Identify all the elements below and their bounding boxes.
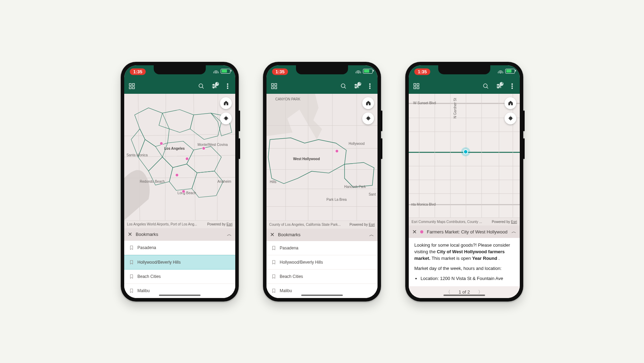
filter-icon[interactable]: 1 xyxy=(495,83,502,90)
svg-rect-0 xyxy=(129,83,132,85)
map-home-button[interactable] xyxy=(220,97,232,109)
popup-title: Farmers Market: City of West Hollywood xyxy=(427,229,508,234)
svg-rect-44 xyxy=(414,83,416,85)
home-indicator xyxy=(301,295,343,296)
panel-title: Bookmarks xyxy=(136,232,223,237)
map-locate-button[interactable] xyxy=(220,113,232,124)
bookmark-icon xyxy=(129,288,134,294)
svg-point-39 xyxy=(368,118,369,119)
bookmark-item[interactable]: Beach Cities xyxy=(124,270,235,284)
svg-point-36 xyxy=(370,88,371,89)
bookmark-icon xyxy=(129,259,134,265)
svg-rect-23 xyxy=(275,83,277,85)
svg-point-56 xyxy=(512,83,513,84)
status-time: 1:35 xyxy=(272,68,288,75)
close-icon[interactable]: ✕ xyxy=(412,229,417,235)
overflow-menu-icon[interactable] xyxy=(224,83,231,90)
search-icon[interactable] xyxy=(482,83,489,90)
bookmark-item[interactable]: Hollywood/Beverly Hills xyxy=(266,255,378,270)
panel-header[interactable]: ✕ Farmers Market: City of West Hollywood… xyxy=(409,225,520,238)
device-notch xyxy=(296,65,348,74)
map-view[interactable]: W Sunset Blvd N Gardner St nta Monica Bl… xyxy=(409,94,520,218)
apps-grid-icon[interactable] xyxy=(271,83,278,90)
map-feature-pin[interactable] xyxy=(335,149,339,153)
svg-point-17 xyxy=(226,118,227,119)
phones-row: 1:35 1 xyxy=(121,62,523,302)
svg-point-4 xyxy=(199,84,203,88)
status-time: 1:35 xyxy=(130,68,146,75)
svg-point-57 xyxy=(512,85,513,86)
svg-rect-3 xyxy=(133,86,135,89)
map-attribution: County of Los Angeles, California State … xyxy=(266,221,378,229)
svg-point-14 xyxy=(227,88,228,89)
battery-icon xyxy=(505,69,515,74)
map-attribution: Esri Community Maps Contributors, County… xyxy=(409,217,520,225)
svg-point-31 xyxy=(355,84,356,85)
map-feature-pin[interactable] xyxy=(175,173,179,177)
battery-icon xyxy=(221,69,230,74)
chevron-up-icon[interactable]: ︿ xyxy=(227,231,232,238)
wifi-icon xyxy=(498,69,503,73)
close-icon[interactable]: ✕ xyxy=(270,231,274,238)
apps-grid-icon[interactable] xyxy=(413,83,420,90)
svg-rect-24 xyxy=(272,86,274,89)
search-icon[interactable] xyxy=(340,83,347,90)
bookmark-item[interactable]: Pasadena xyxy=(124,241,235,255)
svg-point-54 xyxy=(499,85,500,86)
map-view[interactable]: CANYON PARK Hollywood West Hollywood Hil… xyxy=(266,94,378,221)
overflow-menu-icon[interactable] xyxy=(366,83,373,90)
svg-point-13 xyxy=(227,85,228,86)
app-toolbar: 1 xyxy=(409,79,520,94)
svg-rect-25 xyxy=(275,86,277,89)
phone-3: 1:35 1 xyxy=(405,62,523,302)
svg-rect-45 xyxy=(417,83,419,85)
bookmarks-list: Pasadena Hollywood/Beverly Hills Beach C… xyxy=(266,241,378,298)
map-home-button[interactable] xyxy=(362,97,374,109)
map-feature-pin[interactable] xyxy=(185,157,189,160)
map-feature-pin[interactable] xyxy=(202,147,205,150)
map-locate-button[interactable] xyxy=(505,113,516,124)
map-attribution: Los Angeles World Airports, Port of Los … xyxy=(124,220,235,228)
svg-point-32 xyxy=(357,85,358,86)
svg-rect-2 xyxy=(129,86,132,89)
close-icon[interactable]: ✕ xyxy=(128,231,132,238)
app-toolbar: 1 xyxy=(124,79,235,94)
wifi-icon xyxy=(213,69,219,73)
svg-point-26 xyxy=(341,84,345,88)
svg-rect-22 xyxy=(272,83,274,85)
phone-2: 1:35 1 xyxy=(263,62,381,302)
bookmark-item[interactable]: Hollywood/Beverly Hills xyxy=(124,255,235,270)
apps-grid-icon[interactable] xyxy=(128,83,135,90)
map-locate-button[interactable] xyxy=(362,113,374,124)
svg-line-27 xyxy=(345,87,346,88)
bookmarks-panel: ✕ Bookmarks ︿ Pasadena Hollywood/Beverly… xyxy=(124,228,235,298)
bookmark-item[interactable]: Pasadena xyxy=(266,241,378,255)
filter-icon[interactable]: 1 xyxy=(353,83,360,90)
svg-point-58 xyxy=(512,88,513,89)
map-feature-pin[interactable] xyxy=(160,142,163,145)
page-indicator: 1 of 2 xyxy=(459,289,470,295)
svg-rect-47 xyxy=(417,86,419,89)
home-indicator xyxy=(443,295,485,296)
overflow-menu-icon[interactable] xyxy=(509,83,516,90)
popup-pager: 〈 1 of 2 〉 xyxy=(409,286,520,298)
map-home-button[interactable] xyxy=(505,97,516,109)
popup-content: Looking for some local goods?! Please co… xyxy=(409,238,520,286)
chevron-up-icon[interactable]: ︿ xyxy=(511,229,516,235)
chevron-up-icon[interactable]: ︿ xyxy=(369,232,374,238)
home-indicator xyxy=(159,295,201,296)
selected-feature-pin[interactable] xyxy=(463,149,468,154)
svg-point-55 xyxy=(498,87,499,88)
search-icon[interactable] xyxy=(198,83,205,90)
map-labels: CANYON PARK Hollywood West Hollywood Hil… xyxy=(266,94,378,221)
map-view[interactable]: Los Angeles Santa Monica Redondo Beach L… xyxy=(124,94,235,220)
panel-header[interactable]: ✕ Bookmarks ︿ xyxy=(124,228,235,241)
svg-point-34 xyxy=(370,83,371,84)
svg-line-5 xyxy=(202,87,204,88)
panel-header[interactable]: ✕ Bookmarks ︿ xyxy=(266,229,378,241)
bookmark-item[interactable]: Beach Cities xyxy=(266,270,378,284)
device-notch xyxy=(154,65,206,74)
filter-icon[interactable]: 1 xyxy=(211,83,218,90)
bookmark-icon xyxy=(129,245,134,250)
battery-icon xyxy=(363,69,373,74)
